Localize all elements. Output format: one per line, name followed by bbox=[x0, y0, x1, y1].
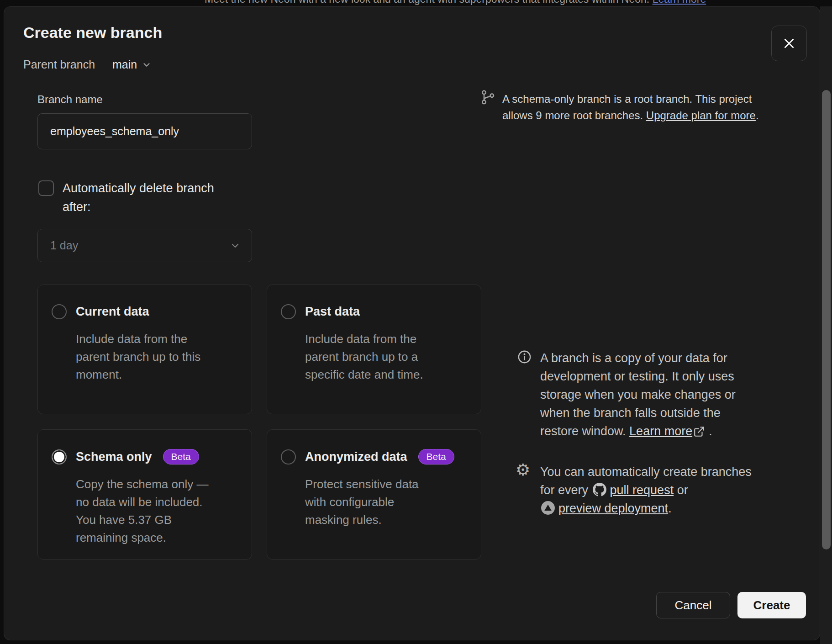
radio-anonymized-data[interactable] bbox=[281, 449, 296, 465]
gear-icon: ⚙ bbox=[516, 462, 530, 478]
radio-schema-only[interactable] bbox=[52, 449, 67, 465]
chevron-down-icon bbox=[230, 240, 241, 251]
radio-current-data[interactable] bbox=[52, 304, 67, 319]
schema-only-note-suffix: . bbox=[756, 109, 759, 121]
close-icon bbox=[782, 37, 796, 50]
option-description: Include data from the parent branch up t… bbox=[305, 330, 467, 384]
option-card-header: Anonymized data Beta bbox=[267, 430, 481, 465]
radio-past-data[interactable] bbox=[281, 304, 296, 319]
promo-banner-text: Meet the new Neon with a new look and an… bbox=[205, 0, 653, 5]
option-title: Past data bbox=[305, 305, 360, 319]
preview-deployment-link[interactable]: preview deployment bbox=[558, 501, 668, 515]
scrollbar-thumb[interactable] bbox=[822, 90, 831, 549]
schema-only-note: A schema-only branch is a root branch. T… bbox=[502, 91, 813, 124]
pull-request-link[interactable]: pull request bbox=[610, 483, 674, 497]
promo-banner-learn-more-link[interactable]: Learn more bbox=[653, 0, 706, 5]
option-description: Copy the schema only — no data will be i… bbox=[76, 475, 238, 547]
parent-branch-select[interactable]: main bbox=[112, 58, 152, 71]
ttl-select[interactable]: 1 day bbox=[37, 229, 252, 262]
create-branch-dialog: Create new branch Parent branch main Bra… bbox=[4, 6, 820, 640]
option-title: Current data bbox=[76, 305, 149, 319]
dialog-title: Create new branch bbox=[23, 24, 162, 42]
upgrade-plan-link[interactable]: Upgrade plan for more bbox=[646, 109, 756, 121]
option-card-header: Current data bbox=[38, 285, 252, 319]
parent-branch-label: Parent branch bbox=[23, 58, 95, 71]
chevron-down-icon bbox=[142, 60, 152, 70]
external-link-icon bbox=[693, 426, 705, 438]
promo-banner: Meet the new Neon with a new look and an… bbox=[205, 0, 706, 5]
footer-divider bbox=[4, 567, 820, 567]
auto-delete-label[interactable]: Automatically delete branch after: bbox=[63, 179, 273, 216]
github-icon bbox=[593, 483, 606, 496]
beta-badge: Beta bbox=[163, 449, 199, 465]
parent-branch-value: main bbox=[112, 58, 137, 71]
close-button[interactable] bbox=[771, 26, 807, 61]
branch-name-label: Branch name bbox=[37, 93, 103, 106]
auto-delete-checkbox[interactable] bbox=[38, 180, 54, 196]
option-card-anonymized-data[interactable]: Anonymized data Beta Protect sensitive d… bbox=[267, 429, 481, 560]
option-card-header: Past data bbox=[267, 285, 481, 319]
option-description: Include data from the parent branch up t… bbox=[76, 330, 238, 384]
automation-note: You can automatically create branches fo… bbox=[540, 463, 814, 517]
option-card-header: Schema only Beta bbox=[38, 430, 252, 465]
parent-branch-row: Parent branch main bbox=[23, 58, 152, 71]
option-card-current-data[interactable]: Current data Include data from the paren… bbox=[37, 285, 252, 414]
branch-info-note: A branch is a copy of your data for deve… bbox=[540, 349, 796, 440]
learn-more-link[interactable]: Learn more bbox=[629, 424, 692, 438]
option-card-schema-only[interactable]: Schema only Beta Copy the schema only — … bbox=[37, 429, 252, 560]
branch-info-suffix: . bbox=[709, 424, 712, 438]
option-title: Anonymized data bbox=[305, 450, 407, 464]
beta-badge: Beta bbox=[418, 449, 454, 465]
automation-suffix: . bbox=[668, 501, 672, 515]
git-branch-icon bbox=[480, 89, 496, 106]
option-card-past-data[interactable]: Past data Include data from the parent b… bbox=[267, 285, 481, 414]
create-button[interactable]: Create bbox=[737, 592, 806, 618]
cancel-button[interactable]: Cancel bbox=[656, 592, 730, 618]
vercel-icon bbox=[541, 501, 555, 515]
option-description: Protect sensitive data with configurable… bbox=[305, 475, 467, 529]
info-icon bbox=[517, 349, 532, 364]
branch-name-input[interactable] bbox=[37, 113, 252, 149]
automation-middle-text: or bbox=[674, 483, 688, 497]
ttl-selected-value: 1 day bbox=[50, 239, 230, 252]
app-background: Meet the new Neon with a new look and an… bbox=[0, 0, 832, 644]
option-title: Schema only bbox=[76, 450, 152, 464]
